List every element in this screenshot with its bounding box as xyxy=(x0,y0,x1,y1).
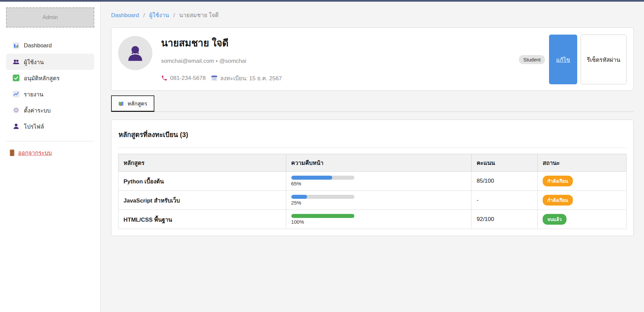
sidebar-item-dashboard[interactable]: Dashboard xyxy=(6,38,94,54)
profile-email: somchai@email.com xyxy=(161,58,214,64)
sidebar-item-label: ตั้งค่าระบบ xyxy=(24,106,51,115)
progress-fill xyxy=(291,214,354,218)
breadcrumb-link-dashboard[interactable]: Dashboard xyxy=(111,12,139,18)
breadcrumb-separator: / xyxy=(143,12,145,18)
status-badge: กำลังเรียน xyxy=(543,195,573,206)
table-row: Python เบื้องต้น 65% 85/100 กำลังเรียน xyxy=(118,172,627,191)
report-icon xyxy=(13,91,19,97)
users-icon xyxy=(13,58,19,65)
books-icon xyxy=(118,101,124,107)
progress-bar xyxy=(291,195,354,199)
progress-cell: 65% xyxy=(286,172,472,191)
profile-icon xyxy=(13,123,19,130)
courses-card: หลักสูตรที่ลงทะเบียน (3) หลักสูตร ความคื… xyxy=(111,120,634,236)
phone-item: 081-234-5678 xyxy=(161,75,206,82)
course-name-cell: JavaScript สำหรับเว็บ xyxy=(118,191,286,210)
status-cell: กำลังเรียน xyxy=(538,191,627,210)
progress-bar xyxy=(291,176,354,180)
score-cell: 85/100 xyxy=(472,172,538,191)
breadcrumb-link-users[interactable]: ผู้ใช้งาน xyxy=(149,12,169,18)
main-content: Dashboard / ผู้ใช้งาน / นายสมชาย ใจดี นา… xyxy=(101,2,644,312)
course-name-cell: Python เบื้องต้น xyxy=(118,172,286,191)
sidebar-item-users[interactable]: ผู้ใช้งาน xyxy=(6,54,94,70)
admin-app-window: Admin Dashboard ผู้ใช้งาน xyxy=(0,0,644,312)
profile-registered: ลงทะเบียน: 15 ธ.ค. 2567 xyxy=(220,74,282,83)
tab-courses[interactable]: หลักสูตร xyxy=(111,95,154,112)
profile-name: นายสมชาย ใจดี xyxy=(161,35,282,51)
column-header-status: สถานะ xyxy=(538,154,627,172)
dashboard-icon xyxy=(13,42,19,49)
status-badge: จบแล้ว xyxy=(543,214,566,225)
profile-actions: Student แก้ไข รีเซ็ตรหัสผ่าน xyxy=(519,35,627,84)
sidebar-nav: Dashboard ผู้ใช้งาน อนุมัติหลักสูตร xyxy=(0,38,100,134)
profile-phone: 081-234-5678 xyxy=(170,75,206,82)
logout-label: ออกจากระบบ xyxy=(18,148,52,157)
courses-divider xyxy=(118,147,627,148)
profile-card: นายสมชาย ใจดี somchai@email.com • @somch… xyxy=(111,28,634,91)
email-handle-separator: • xyxy=(216,58,218,64)
admin-logo-label: Admin xyxy=(43,14,58,20)
table-row: JavaScript สำหรับเว็บ 25% - กำลังเรียน xyxy=(118,191,627,210)
reset-password-button[interactable]: รีเซ็ตรหัสผ่าน xyxy=(581,35,627,84)
tab-label: หลักสูตร xyxy=(128,99,147,108)
breadcrumb-separator: / xyxy=(173,12,175,18)
avatar xyxy=(118,36,152,70)
breadcrumb-current: นายสมชาย ใจดี xyxy=(179,12,219,18)
status-cell: จบแล้ว xyxy=(538,210,627,229)
sidebar-item-reports[interactable]: รายงาน xyxy=(6,86,94,102)
profile-handle: @somchai xyxy=(219,58,246,64)
sidebar-item-label: Dashboard xyxy=(24,42,52,49)
column-header-score: คะแนน xyxy=(472,154,538,172)
sidebar-item-approve-courses[interactable]: อนุมัติหลักสูตร xyxy=(6,70,94,86)
sidebar-divider xyxy=(6,141,94,141)
table-row: HTML/CSS พื้นฐาน 100% 92/100 จบแล้ว xyxy=(118,210,627,229)
profile-email-line: somchai@email.com • @somchai xyxy=(161,58,282,64)
phone-icon xyxy=(161,75,167,81)
sidebar-item-settings[interactable]: ตั้งค่าระบบ xyxy=(6,102,94,118)
sidebar-item-profile[interactable]: โปรไฟล์ xyxy=(6,118,94,134)
admin-logo: Admin xyxy=(6,7,94,28)
column-header-course: หลักสูตร xyxy=(118,154,286,172)
score-cell: - xyxy=(472,191,538,210)
status-badge: กำลังเรียน xyxy=(543,176,573,186)
profile-meta-row: 081-234-5678 ลงทะเบียน: 15 ธ.ค. 2567 xyxy=(161,74,282,83)
door-icon xyxy=(9,149,15,156)
score-cell: 92/100 xyxy=(472,210,538,229)
profile-info: นายสมชาย ใจดี somchai@email.com • @somch… xyxy=(161,35,282,83)
progress-cell: 25% xyxy=(286,191,472,210)
sidebar-item-label: โปรไฟล์ xyxy=(24,122,44,131)
progress-bar xyxy=(291,214,354,218)
table-header-row: หลักสูตร ความคืบหน้า คะแนน สถานะ xyxy=(118,154,627,172)
progress-fill xyxy=(291,176,332,180)
courses-title: หลักสูตรที่ลงทะเบียน (3) xyxy=(118,129,627,140)
sidebar: Admin Dashboard ผู้ใช้งาน xyxy=(0,2,101,312)
registered-item: ลงทะเบียน: 15 ธ.ค. 2567 xyxy=(211,74,282,83)
calendar-icon xyxy=(211,75,217,81)
courses-table: หลักสูตร ความคืบหน้า คะแนน สถานะ Python … xyxy=(118,154,627,229)
progress-label: 100% xyxy=(291,219,466,225)
role-badge: Student xyxy=(519,55,545,64)
status-cell: กำลังเรียน xyxy=(538,172,627,191)
progress-cell: 100% xyxy=(286,210,472,229)
sidebar-item-label: รายงาน xyxy=(24,90,43,99)
progress-fill xyxy=(291,195,307,199)
column-header-progress: ความคืบหน้า xyxy=(286,154,472,172)
breadcrumb: Dashboard / ผู้ใช้งาน / นายสมชาย ใจดี xyxy=(101,2,644,28)
tab-bar: หลักสูตร xyxy=(111,95,634,112)
sidebar-item-label: อนุมัติหลักสูตร xyxy=(24,74,60,83)
course-name-cell: HTML/CSS พื้นฐาน xyxy=(118,210,286,229)
edit-button[interactable]: แก้ไข xyxy=(549,35,577,84)
progress-label: 25% xyxy=(291,200,466,206)
logout-link[interactable]: ออกจากระบบ xyxy=(9,148,52,157)
progress-label: 65% xyxy=(291,181,466,186)
sidebar-item-label: ผู้ใช้งาน xyxy=(24,57,44,66)
user-icon xyxy=(125,43,146,63)
approve-icon xyxy=(13,75,19,81)
settings-icon xyxy=(13,107,19,114)
